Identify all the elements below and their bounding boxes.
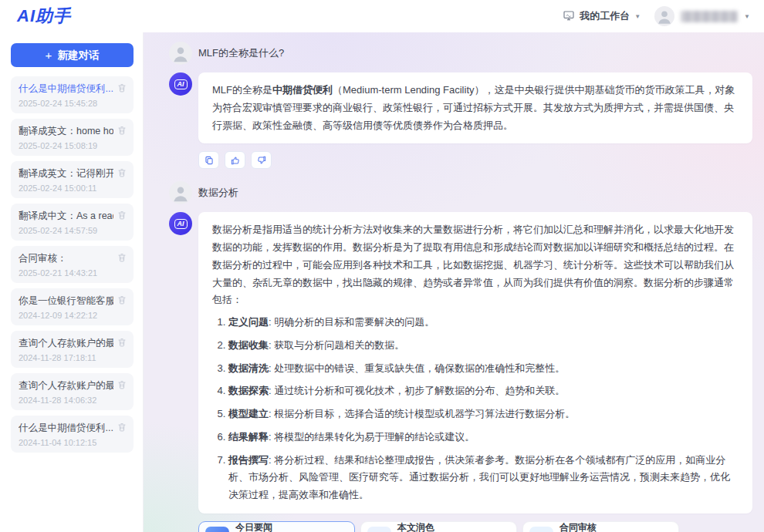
list-item: 数据探索: 通过统计分析和可视化技术，初步了解数据的分布、趋势和关联。: [228, 382, 739, 400]
app-logo: AI助手: [17, 5, 71, 28]
message-bubble: 数据分析是指用适当的统计分析方法对收集来的大量数据进行分析，将它们加以汇总和理解…: [198, 212, 752, 513]
feature-cards-section: 今日要闻 您可以问我，例如：今日要闻，我会尽力提供准确和可靠的答案。 本文润色 …: [198, 521, 752, 532]
feature-card-polish[interactable]: 本文润色 我会帮助您进行您输入的文本润色，提高文本的流畅度和表达效果。: [360, 521, 517, 532]
trash-icon[interactable]: [117, 167, 127, 178]
trash-icon[interactable]: [117, 210, 127, 221]
ai-avatar: AI: [169, 212, 192, 235]
workspace-menu[interactable]: 我的工作台 ▼: [563, 9, 641, 24]
list-item: 数据清洗: 处理数据中的错误、重复或缺失值，确保数据的准确性和完整性。: [228, 360, 739, 378]
chevron-down-icon: ▼: [744, 13, 750, 20]
trash-icon[interactable]: [117, 422, 127, 433]
history-item[interactable]: 你是一位银行智能客服，... 2024-12-09 14:22:12: [11, 288, 134, 325]
list-item: 结果解释: 将模型的结果转化为易于理解的结论或建议。: [228, 429, 739, 446]
sidebar: + 新建对话 什么是中期借贷便利... 2025-02-24 15:45:28 …: [0, 32, 144, 532]
ai-message: AI MLF的全称是中期借贷便利（Medium-term Lending Fac…: [169, 72, 752, 143]
trash-icon[interactable]: [117, 379, 127, 390]
message-bubble: MLF的全称是中期借贷便利（Medium-term Lending Facili…: [198, 72, 752, 143]
message-actions: [198, 151, 752, 169]
doc-polish-icon: [367, 527, 391, 532]
monitor-icon: [563, 9, 575, 24]
history-list: 什么是中期借贷便利... 2025-02-24 15:45:28 翻译成英文：h…: [11, 76, 134, 453]
ai-message: AI 数据分析是指用适当的统计分析方法对收集来的大量数据进行分析，将它们加以汇总…: [169, 212, 752, 513]
trash-icon[interactable]: [117, 252, 127, 263]
bulb-icon: [205, 527, 229, 532]
user-avatar: [169, 42, 192, 65]
user-message-text: 数据分析: [198, 186, 238, 200]
history-item[interactable]: 查询个人存款账户的最新... 2024-11-28 17:18:11: [11, 331, 134, 368]
user-message: MLF的全称是什么?: [169, 42, 752, 65]
avatar: [654, 6, 674, 26]
user-message: 数据分析: [169, 181, 752, 204]
ai-avatar: AI: [169, 72, 192, 96]
user-menu[interactable]: ▼: [654, 6, 750, 26]
new-chat-label: 新建对话: [57, 49, 99, 62]
user-name-redacted: [681, 11, 738, 22]
workspace-label: 我的工作台: [580, 9, 630, 23]
analysis-steps-list: 定义问题: 明确分析的目标和需要解决的问题。 数据收集: 获取与分析问题相关的数…: [212, 314, 739, 504]
plus-icon: +: [46, 49, 52, 62]
history-item[interactable]: 翻译成英文：记得刚开始... 2025-02-24 15:00:11: [11, 161, 134, 198]
briefcase-icon: [529, 527, 553, 532]
trash-icon[interactable]: [117, 82, 127, 93]
feature-card-contract[interactable]: 合同审核 您可以上传文件，我会有效地进行合同审核，确保合同满足您的业务需求。: [522, 521, 679, 532]
thumbs-down-button[interactable]: [251, 151, 272, 169]
list-item: 数据收集: 获取与分析问题相关的数据。: [228, 337, 739, 355]
app-window: AI助手 我的工作台 ▼ ▼ + 新建对话: [0, 0, 764, 532]
analysis-intro: 数据分析是指用适当的统计分析方法对收集来的大量数据进行分析，将它们加以汇总和理解…: [212, 224, 734, 305]
history-item[interactable]: 什么是中期借贷便利... 2025-02-24 15:45:28: [11, 76, 134, 113]
history-item[interactable]: 翻译成英文：home home 2025-02-24 15:08:19: [11, 119, 134, 156]
list-item: 定义问题: 明确分析的目标和需要解决的问题。: [228, 314, 739, 332]
thumbs-up-button[interactable]: [225, 151, 245, 169]
list-item: 报告撰写: 将分析过程、结果和结论整理成报告，供决策者参考。数据分析在各个领域都…: [228, 452, 739, 504]
chat-scroll-area[interactable]: MLF的全称是什么? AI MLF的全称是中期借贷便利（Medium-term …: [144, 32, 764, 532]
trash-icon[interactable]: [117, 295, 127, 305]
chevron-down-icon: ▼: [634, 13, 641, 20]
copy-button[interactable]: [198, 151, 219, 169]
top-bar: AI助手 我的工作台 ▼ ▼: [0, 0, 764, 32]
history-item[interactable]: 合同审核： 2025-02-21 14:43:21: [11, 246, 134, 283]
list-item: 模型建立: 根据分析目标，选择合适的统计模型或机器学习算法进行数据分析。: [228, 406, 739, 423]
user-message-text: MLF的全称是什么?: [198, 46, 284, 60]
chat-area: MLF的全称是什么? AI MLF的全称是中期借贷便利（Medium-term …: [144, 32, 764, 532]
history-item[interactable]: 什么是中期借贷便利... 2024-11-04 10:12:15: [11, 416, 134, 453]
trash-icon[interactable]: [117, 337, 127, 348]
feature-card-news[interactable]: 今日要闻 您可以问我，例如：今日要闻，我会尽力提供准确和可靠的答案。: [198, 521, 355, 532]
new-chat-button[interactable]: + 新建对话: [11, 43, 134, 67]
user-avatar: [169, 181, 192, 204]
trash-icon[interactable]: [117, 125, 127, 136]
history-item[interactable]: 翻译成中文：As a reader... 2025-02-24 14:57:59: [11, 204, 134, 241]
history-item[interactable]: 查询个人存款账户的最新... 2024-11-28 14:06:32: [11, 373, 134, 410]
